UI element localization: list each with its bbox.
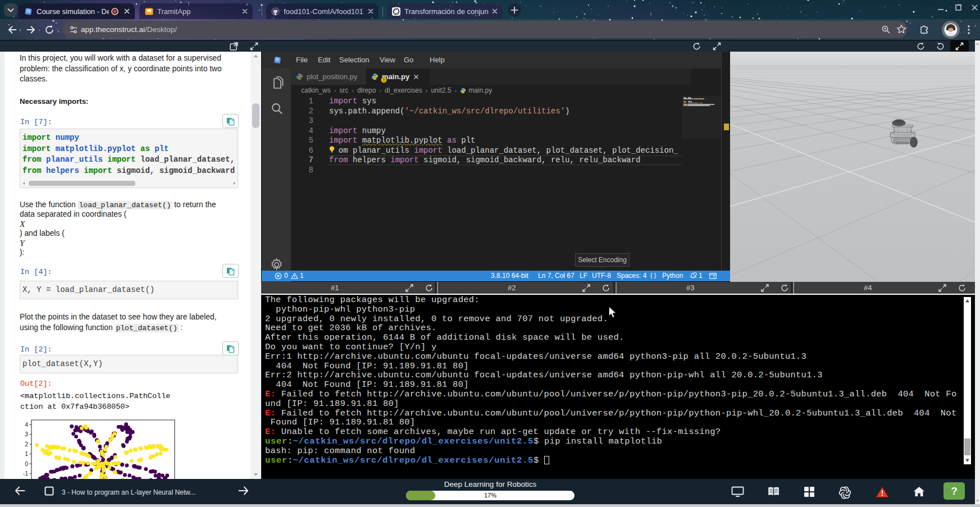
svg-text:2: 2 (25, 441, 28, 447)
svg-text:3: 3 (25, 431, 28, 437)
svg-text:!: ! (383, 77, 385, 83)
svg-text:4: 4 (25, 421, 28, 428)
svg-text:-1: -1 (23, 470, 28, 477)
svg-text:0: 0 (25, 460, 28, 467)
svg-text:1: 1 (25, 450, 28, 457)
